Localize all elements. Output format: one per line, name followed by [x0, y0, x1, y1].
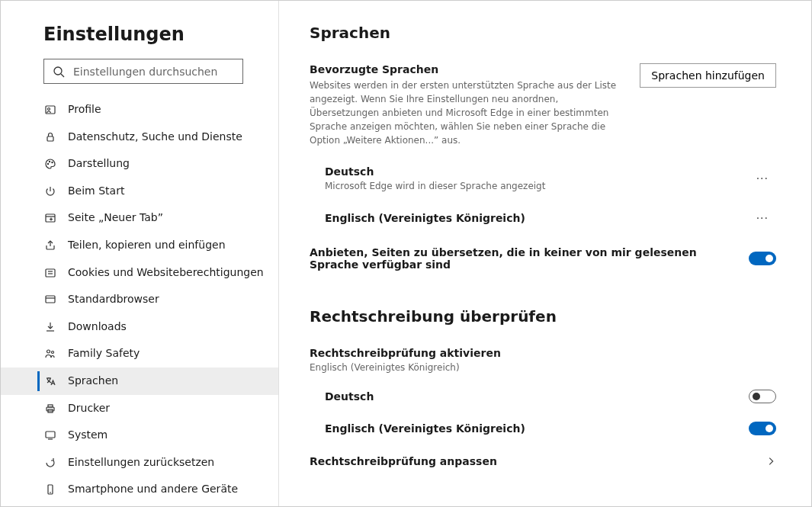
spellcheck-language-name: Englisch (Vereinigtes Königreich) — [325, 422, 525, 435]
customize-spellcheck-label: Rechtschreibprüfung anpassen — [310, 455, 497, 467]
language-list: Deutsch Microsoft Edge wird in dieser Sp… — [310, 158, 776, 237]
palette-icon — [43, 157, 57, 171]
sidebar-item-label: Cookies und Websiteberechtigungen — [68, 265, 264, 281]
sidebar-item-about[interactable]: Infos zu Microsoft Edge — [1, 503, 278, 506]
svg-point-18 — [47, 350, 50, 353]
language-name: Englisch (Vereinigtes Königreich) — [325, 212, 525, 224]
sidebar-item-label: Einstellungen zurücksetzen — [68, 455, 214, 470]
sidebar-item-label: Family Safety — [68, 346, 140, 361]
svg-point-0 — [54, 67, 62, 75]
customize-spellcheck-link[interactable]: Rechtschreibprüfung anpassen — [310, 444, 776, 478]
sidebar-item-share[interactable]: Teilen, kopieren und einfügen — [1, 232, 278, 259]
language-subtitle: Microsoft Edge wird in dieser Sprache an… — [325, 181, 545, 191]
more-actions-button[interactable]: ··· — [749, 167, 776, 190]
translate-toggle[interactable] — [749, 252, 776, 265]
main-content: Sprachen Bevorzugte Sprachen Websites we… — [279, 1, 811, 506]
share-icon — [43, 239, 57, 252]
language-icon — [43, 374, 57, 388]
search-icon — [52, 65, 66, 79]
download-icon — [43, 320, 57, 334]
printer-icon — [43, 402, 57, 416]
sidebar-item-label: Profile — [68, 102, 101, 117]
spellcheck-enable-title: Rechtschreibprüfung aktivieren — [310, 347, 776, 359]
language-row: Englisch (Vereinigtes Königreich) ··· — [310, 199, 776, 237]
svg-rect-4 — [47, 136, 53, 141]
preferred-languages-description: Websites werden in der ersten unterstütz… — [310, 79, 624, 147]
sidebar-item-default-browser[interactable]: Standardbrowser — [1, 286, 278, 313]
settings-sidebar: Einstellungen Profile Datenschutz, Suche… — [1, 1, 279, 506]
spellcheck-toggle[interactable] — [749, 390, 776, 403]
sidebar-item-label: Seite „Neuer Tab” — [68, 210, 163, 226]
svg-point-6 — [49, 162, 50, 162]
sidebar-item-languages[interactable]: Sprachen — [1, 367, 278, 395]
search-input[interactable] — [73, 66, 235, 78]
spellcheck-enable-sub: Englisch (Vereinigtes Königreich) — [310, 362, 776, 373]
svg-rect-15 — [46, 296, 55, 303]
more-actions-button[interactable]: ··· — [749, 207, 776, 229]
family-icon — [43, 347, 57, 361]
language-name: Deutsch — [325, 165, 545, 178]
svg-rect-22 — [48, 405, 53, 407]
lock-icon — [43, 130, 57, 144]
power-icon — [43, 185, 57, 198]
more-icon: ··· — [756, 172, 769, 185]
reset-icon — [43, 456, 57, 470]
spellcheck-toggle[interactable] — [749, 422, 776, 435]
sidebar-item-privacy[interactable]: Datenschutz, Suche und Dienste — [1, 124, 278, 151]
sidebar-item-label: Teilen, kopieren und einfügen — [68, 238, 226, 253]
sidebar-item-onstart[interactable]: Beim Start — [1, 178, 278, 205]
profile-icon — [43, 103, 57, 117]
sidebar-item-newtab[interactable]: Seite „Neuer Tab” — [1, 204, 278, 232]
sidebar-item-label: Beim Start — [68, 184, 124, 199]
sidebar-item-label: Datenschutz, Suche und Dienste — [68, 130, 242, 145]
spellcheck-title: Rechtschreibung überprüfen — [310, 307, 776, 326]
spellcheck-language-row: Deutsch — [310, 380, 776, 412]
svg-line-1 — [61, 74, 64, 77]
sidebar-nav: Profile Datenschutz, Suche und Dienste D… — [1, 91, 278, 506]
sidebar-item-label: Smartphone und andere Geräte — [68, 482, 238, 497]
newtab-icon — [43, 211, 57, 225]
sidebar-item-label: Darstellung — [68, 156, 130, 172]
sidebar-item-system[interactable]: System — [1, 422, 278, 449]
sidebar-item-appearance[interactable]: Darstellung — [1, 150, 278, 178]
sidebar-item-profile[interactable]: Profile — [1, 96, 278, 124]
svg-rect-12 — [46, 269, 55, 277]
sidebar-item-label: System — [68, 428, 108, 443]
spellcheck-language-row: Englisch (Vereinigtes Königreich) — [310, 412, 776, 444]
sidebar-item-label: Sprachen — [68, 374, 118, 389]
translate-toggle-row: Anbieten, Seiten zu übersetzen, die in k… — [310, 237, 776, 280]
sidebar-item-reset[interactable]: Einstellungen zurücksetzen — [1, 449, 278, 477]
sidebar-item-label: Downloads — [68, 319, 127, 335]
search-box[interactable] — [43, 59, 243, 84]
browser-icon — [43, 293, 57, 306]
spellcheck-language-name: Deutsch — [325, 390, 374, 403]
sidebar-item-phone[interactable]: Smartphone und andere Geräte — [1, 476, 278, 503]
sidebar-item-label: Drucker — [68, 401, 110, 416]
chevron-right-icon — [765, 456, 776, 467]
system-icon — [43, 428, 57, 442]
sidebar-item-label: Standardbrowser — [68, 292, 159, 307]
more-icon: ··· — [756, 211, 769, 224]
svg-rect-8 — [46, 214, 55, 222]
svg-point-19 — [52, 351, 54, 354]
add-language-button[interactable]: Sprachen hinzufügen — [640, 63, 776, 88]
svg-point-3 — [48, 108, 50, 111]
svg-point-7 — [52, 162, 53, 163]
page-title: Sprachen — [310, 24, 776, 42]
language-row: Deutsch Microsoft Edge wird in dieser Sp… — [310, 158, 776, 199]
phone-icon — [43, 483, 57, 496]
sidebar-title: Einstellungen — [1, 24, 278, 59]
sidebar-item-printers[interactable]: Drucker — [1, 395, 278, 422]
sidebar-item-family[interactable]: Family Safety — [1, 340, 278, 367]
sidebar-item-downloads[interactable]: Downloads — [1, 313, 278, 341]
svg-rect-24 — [46, 432, 55, 438]
sidebar-item-cookies[interactable]: Cookies und Websiteberechtigungen — [1, 259, 278, 287]
permissions-icon — [43, 266, 57, 280]
translate-label: Anbieten, Seiten zu übersetzen, die in k… — [310, 246, 733, 271]
preferred-languages-title: Bevorzugte Sprachen — [310, 63, 624, 75]
svg-point-5 — [47, 164, 48, 165]
